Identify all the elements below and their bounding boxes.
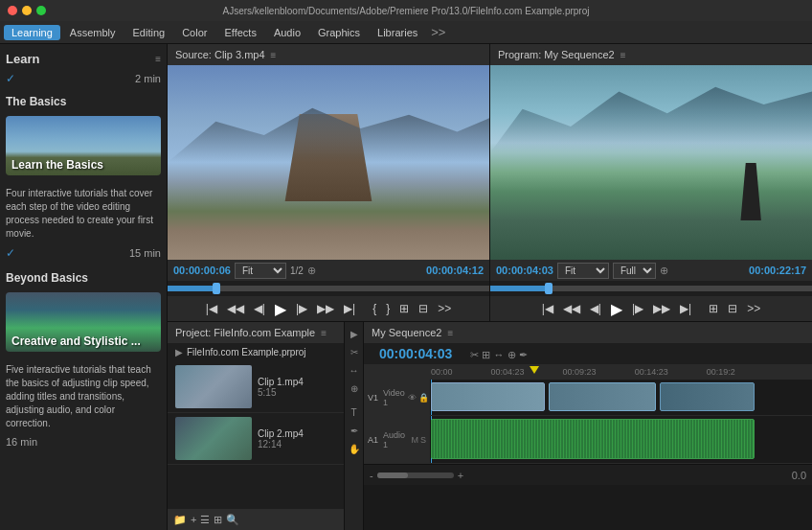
timeline-zoom-slider[interactable] [377, 472, 454, 478]
source-more-btn[interactable]: >> [436, 300, 453, 317]
source-step-fwd-btn[interactable]: ▶| [342, 300, 357, 317]
program-step-fwd-btn[interactable]: ▶| [678, 300, 693, 317]
project-panel-header: Project: FileInfo.com Example ≡ [168, 322, 344, 343]
source-mark-in-btn[interactable]: { [371, 300, 378, 317]
razor-tool[interactable]: ✂ [347, 344, 362, 359]
icon-view-btn[interactable]: ⊞ [214, 514, 222, 526]
learn-label: Learn [6, 52, 39, 66]
new-bin-btn[interactable]: 📁 [173, 514, 187, 526]
playhead-marker [530, 366, 539, 374]
program-lift-btn[interactable]: ⊞ [707, 300, 720, 317]
source-play-btn[interactable]: ▶ [273, 298, 288, 320]
program-quality-select[interactable]: Full 1/2 1/4 [613, 263, 656, 279]
program-monitor: Program: My Sequence2 ≡ 00:00:04:03 Fit … [490, 44, 812, 321]
source-fraction: 1/2 [290, 265, 304, 276]
learn-menu-icon[interactable]: ≡ [155, 54, 161, 64]
menu-audio[interactable]: Audio [266, 25, 308, 40]
zoom-icon[interactable]: ⊕ [307, 265, 316, 277]
program-more-btn[interactable]: >> [745, 300, 762, 317]
video-track-name: Video 1 [383, 388, 405, 407]
source-fit-select[interactable]: Fit 25% 50% 100% [235, 263, 286, 279]
menu-more[interactable]: >> [427, 25, 449, 39]
source-monitor-menu[interactable]: ≡ [271, 50, 277, 60]
source-playback-controls: |◀ ◀◀ ◀| ▶ |▶ ▶▶ ▶| { } ⊞ ⊟ >> [168, 296, 489, 321]
video-lock-btn[interactable]: 🔒 [418, 393, 429, 403]
audio-clip-1[interactable] [431, 419, 755, 459]
search-btn[interactable]: 🔍 [226, 514, 239, 526]
basics-tutorial-card[interactable]: Learn the Basics [6, 116, 161, 175]
menu-editing[interactable]: Editing [125, 25, 173, 40]
video-clip-2[interactable] [549, 382, 655, 411]
menu-color[interactable]: Color [174, 25, 214, 40]
video-track-content[interactable] [431, 380, 812, 415]
program-fwd-btn[interactable]: ▶▶ [651, 300, 672, 317]
source-step-back-btn[interactable]: |◀ [204, 300, 219, 317]
video-track-row: V1 Video 1 👁 🔒 [364, 380, 812, 416]
audio-mute-btn[interactable]: M [411, 435, 418, 445]
ripple-tool[interactable]: ↔ [347, 362, 362, 378]
list-view-btn[interactable]: ☰ [200, 514, 210, 526]
clip-item-2[interactable]: Clip 2.mp4 12:14 [168, 413, 344, 465]
video-eye-btn[interactable]: 👁 [408, 393, 417, 403]
new-item-btn[interactable]: + [191, 514, 196, 525]
clip-item-1[interactable]: Clip 1.mp4 5:15 [168, 361, 344, 413]
audio-lock-btn[interactable]: S [420, 435, 426, 445]
menu-learning[interactable]: Learning [4, 25, 60, 40]
video-clip-3[interactable] [660, 382, 756, 411]
creative-duration-row: 16 min [6, 436, 161, 448]
program-scrubber-handle[interactable] [545, 283, 553, 294]
project-toolbar: 📁 + ☰ ⊞ 🔍 [168, 509, 344, 530]
pen-tool[interactable]: ✒ [347, 423, 362, 438]
source-fwd-frame-btn[interactable]: |▶ [294, 300, 309, 317]
source-video-display[interactable] [168, 65, 489, 260]
close-button[interactable] [8, 6, 17, 15]
audio-track-controls: M S [411, 435, 426, 445]
source-scrubber-handle[interactable] [213, 283, 220, 294]
menu-assembly[interactable]: Assembly [62, 25, 124, 40]
audio-track-content[interactable] [431, 416, 812, 463]
program-timecode-in: 00:00:04:03 [496, 265, 553, 276]
source-fwd-btn[interactable]: ▶▶ [315, 300, 336, 317]
program-scrubber[interactable] [490, 281, 812, 296]
menu-graphics[interactable]: Graphics [310, 25, 368, 40]
program-step-back-btn[interactable]: |◀ [540, 300, 555, 317]
maximize-button[interactable] [36, 6, 46, 15]
program-video-frame [490, 65, 812, 260]
timeline-panel-title: My Sequence2 [372, 327, 441, 338]
program-zoom-icon[interactable]: ⊕ [660, 265, 668, 277]
creative-thumbnail: Creative and Stylistic ... [6, 292, 161, 352]
ruler-marks: 00:00 00:04:23 00:09:23 00:14:23 00:19:2 [431, 367, 735, 377]
selection-tool[interactable]: ▶ [347, 326, 362, 341]
menu-effects[interactable]: Effects [216, 25, 263, 40]
program-back-btn[interactable]: ◀◀ [561, 300, 582, 317]
program-fwd-frame-btn[interactable]: |▶ [630, 300, 645, 317]
program-play-btn[interactable]: ▶ [609, 298, 624, 320]
project-panel-menu[interactable]: ≡ [321, 328, 327, 338]
program-monitor-menu[interactable]: ≡ [620, 50, 626, 60]
timeline-zoom-out-btn[interactable]: - [370, 470, 373, 481]
hand-tool[interactable]: ✋ [347, 441, 362, 456]
creative-tutorial-card[interactable]: Creative and Stylistic ... [6, 292, 161, 352]
learn-header: Learn ≡ [6, 52, 161, 66]
zoom-tool[interactable]: ⊕ [347, 380, 362, 396]
clip-2-duration: 12:14 [258, 439, 336, 449]
source-mark-out-btn[interactable]: } [384, 300, 392, 317]
menu-libraries[interactable]: Libraries [370, 25, 425, 40]
source-scrubber-fill [168, 286, 215, 291]
program-video-display[interactable] [490, 65, 812, 260]
minimize-button[interactable] [22, 6, 32, 15]
text-tool[interactable]: T [347, 404, 362, 420]
source-insert-btn[interactable]: ⊞ [397, 300, 411, 317]
program-fit-select[interactable]: Fit 50% 100% [557, 263, 609, 279]
timeline-zoom-in-btn[interactable]: + [458, 470, 463, 481]
source-overwrite-btn[interactable]: ⊟ [417, 300, 430, 317]
timeline-menu[interactable]: ≡ [447, 328, 453, 338]
project-file-row: ▶ FileInfo.com Example.prproj [168, 343, 344, 361]
source-back-frame-btn[interactable]: ◀| [252, 300, 267, 317]
source-back-btn[interactable]: ◀◀ [225, 300, 246, 317]
video-clip-1[interactable] [431, 382, 545, 411]
program-extract-btn[interactable]: ⊟ [726, 300, 739, 317]
source-scrubber[interactable] [168, 281, 489, 296]
program-back-frame-btn[interactable]: ◀| [588, 300, 603, 317]
clip-1-thumbnail [175, 365, 252, 408]
